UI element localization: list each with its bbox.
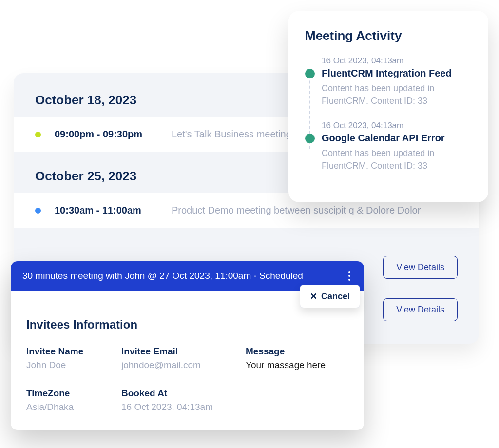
cancel-label: Cancel <box>321 292 350 302</box>
activity-body: Content has been updated in FluentCRM. C… <box>322 147 472 172</box>
activity-timeline: 16 Oct 2023, 04:13am FluentCRM Integrati… <box>305 56 472 172</box>
activity-item[interactable]: 16 Oct 2023, 04:13am FluentCRM Integrati… <box>322 56 472 107</box>
field-value: John Doe <box>26 360 121 370</box>
meeting-activity-panel: Meeting Activity 16 Oct 2023, 04:13am Fl… <box>288 11 488 202</box>
activity-item[interactable]: 16 Oct 2023, 04:13am Google Calendar API… <box>322 121 472 172</box>
field-timezone: TimeZone Asia/Dhaka <box>26 388 121 412</box>
event-description: Product Demo meeting between suscipit q … <box>172 203 458 217</box>
event-time: 10:30am - 11:00am <box>55 205 172 216</box>
modal-header: 30 minutes meeting with John @ 27 Oct 20… <box>11 261 364 291</box>
field-label: Booked At <box>121 388 246 399</box>
status-dot-icon <box>35 208 41 214</box>
view-details-button[interactable]: View Details <box>383 256 458 279</box>
panel-title: Meeting Activity <box>305 28 472 43</box>
timeline-dot-icon <box>305 134 315 143</box>
activity-heading: FluentCRM Integration Feed <box>322 68 472 79</box>
invitee-info-grid: Invitee Name John Doe Invitee Email john… <box>26 346 348 412</box>
field-message: Message Your massage here <box>246 346 348 370</box>
timeline-dot-icon <box>305 69 315 78</box>
modal-body: Invitees Information Invitee Name John D… <box>11 291 364 430</box>
field-value: Your massage here <box>246 360 348 370</box>
field-label: Message <box>246 346 348 357</box>
status-dot-icon <box>35 132 41 137</box>
section-title: Invitees Information <box>26 318 348 331</box>
activity-date: 16 Oct 2023, 04:13am <box>322 56 472 66</box>
field-booked-at: Booked At 16 Oct 2023, 04:13am <box>121 388 246 412</box>
kebab-menu-icon[interactable] <box>346 269 352 283</box>
field-invitee-email: Invitee Email johndoe@mail.com <box>121 346 246 370</box>
close-icon: ✕ <box>310 291 317 302</box>
view-details-button[interactable]: View Details <box>383 298 458 321</box>
activity-date: 16 Oct 2023, 04:13am <box>322 121 472 131</box>
activity-body: Content has been updated in FluentCRM. C… <box>322 82 472 107</box>
field-value: johndoe@mail.com <box>121 360 246 370</box>
field-invitee-name: Invitee Name John Doe <box>26 346 121 370</box>
field-value: 16 Oct 2023, 04:13am <box>121 402 246 412</box>
event-time: 09:00pm - 09:30pm <box>55 129 172 140</box>
modal-title: 30 minutes meeting with John @ 27 Oct 20… <box>22 271 303 281</box>
activity-heading: Google Calendar API Error <box>322 133 472 144</box>
cancel-menu-item[interactable]: ✕ Cancel <box>300 285 360 308</box>
field-value: Asia/Dhaka <box>26 402 121 412</box>
field-label: TimeZone <box>26 388 121 399</box>
meeting-detail-modal: 30 minutes meeting with John @ 27 Oct 20… <box>11 261 364 430</box>
field-label: Invitee Email <box>121 346 246 357</box>
field-label: Invitee Name <box>26 346 121 357</box>
